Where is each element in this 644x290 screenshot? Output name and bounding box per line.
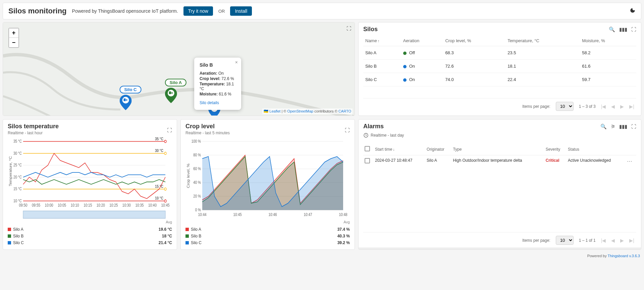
theme-toggle-icon[interactable] [630,7,636,15]
col-type[interactable]: Type [451,143,544,155]
row-checkbox[interactable] [365,158,370,163]
col-start[interactable]: Start time↓ [374,143,425,155]
legend-item[interactable]: Silo B40.3 % [185,233,350,239]
svg-text:10 °C: 10 °C [155,196,163,200]
page-size-select[interactable]: 10 [556,236,574,245]
svg-text:10:48: 10:48 [339,212,347,217]
alarms-timerange[interactable]: Realtime - last day [363,130,636,141]
crop-chart-canvas[interactable]: 0 %20 %40 %60 %80 %100 %10:4410:4510:461… [185,137,350,220]
temp-title: Silos temperature [8,123,59,130]
table-row[interactable]: Silo BOn72.618.161.6 [363,60,636,73]
horizontal-scrollbar[interactable] [359,247,641,249]
alarms-title: Alarms [363,123,384,130]
svg-rect-2 [171,92,173,93]
col-crop[interactable]: Crop level, % [443,35,505,46]
install-button[interactable]: Install [230,6,252,16]
popup-title: Silo B [200,62,236,68]
map-canvas[interactable]: + − ⛶ Silo ASilo C × Silo B Aeration: On… [3,22,355,116]
col-name[interactable]: Name↑ [363,35,401,46]
svg-text:15 °C: 15 °C [155,184,163,189]
first-page-button[interactable]: |◀ [601,238,606,243]
fullscreen-icon[interactable]: ⛶ [346,26,351,31]
try-it-button[interactable]: Try it now [183,6,213,16]
fullscreen-icon[interactable]: ⛶ [631,124,636,130]
table-row[interactable]: Silo COn74.022.459.7 [363,73,636,86]
col-temp[interactable]: Temperature, °C [505,35,580,46]
silos-title: Silos [363,26,378,33]
filter-icon[interactable]: ⚞ [611,124,615,130]
columns-icon[interactable]: ▮▮▮ [619,124,627,130]
close-icon[interactable]: × [235,60,238,65]
pin-icon [120,95,132,110]
map-marker-silo-c[interactable]: Silo C [120,86,142,111]
search-icon[interactable]: 🔍 [600,124,607,130]
table-row[interactable]: 2024-03-27 10:48:47Silo AHigh Outdoor/In… [363,155,636,167]
crop-subtitle: Realtime - last 5 minutes [185,131,230,135]
prev-page-button[interactable]: ◀ [611,238,615,243]
silos-pager: Items per page: 10 1 – 3 of 3 |◀ ◀ ▶ ▶| [363,98,636,112]
svg-text:40 %: 40 % [193,180,201,185]
svg-point-31 [164,188,166,190]
next-page-button[interactable]: ▶ [620,238,624,243]
svg-point-28 [164,152,166,154]
search-icon[interactable]: 🔍 [609,26,615,32]
svg-text:09:50: 09:50 [19,203,28,207]
svg-text:Crop level, %: Crop level, % [186,163,190,188]
last-page-button[interactable]: ▶| [629,238,634,243]
footer: Powered by Thingsboard v.3.6.3 [0,252,644,259]
svg-point-34 [164,200,166,202]
page-size-select[interactable]: 10 [556,102,574,111]
svg-text:100 %: 100 % [192,139,201,143]
svg-text:10:30: 10:30 [122,203,131,207]
svg-text:35 °C: 35 °C [13,139,22,143]
col-originator[interactable]: Originator [425,143,451,155]
columns-icon[interactable]: ▮▮▮ [619,26,627,32]
alarms-table: Start time↓ Originator Type Severity Sta… [363,143,636,167]
table-row[interactable]: Silo AOff68.323.558.2 [363,46,636,60]
svg-rect-9 [124,98,126,101]
legend-item[interactable]: Silo C21.4 °C [8,239,172,246]
legend-item[interactable]: Silo A37.4 % [185,226,350,233]
map-popup: × Silo B Aeration: On Crop level: 72.6 %… [194,58,241,110]
row-actions-icon[interactable]: ⋯ [627,158,633,164]
leaflet-link[interactable]: Leaflet [269,109,280,113]
col-status[interactable]: Status [567,143,626,155]
legend-item[interactable]: Silo B18 °C [8,233,172,239]
select-all-checkbox[interactable] [365,146,370,151]
svg-text:35 °C: 35 °C [155,137,163,141]
col-aeration[interactable]: Aeration [401,35,443,46]
zoom-out-button[interactable]: − [9,38,18,47]
first-page-button[interactable]: |◀ [601,104,606,109]
svg-text:10:05: 10:05 [58,203,66,207]
pin-icon [165,88,177,103]
osm-link[interactable]: OpenStreetMap [287,109,313,113]
silo-details-link[interactable]: Silo details [200,100,219,105]
crop-chart-widget: Crop level Realtime - last 5 minutes ⛶ 0… [180,119,355,250]
svg-rect-1 [169,91,171,94]
fullscreen-icon[interactable]: ⛶ [345,127,350,133]
fullscreen-icon[interactable]: ⛶ [167,127,172,133]
legend-item[interactable]: Silo A19.6 °C [8,226,172,233]
carto-link[interactable]: CARTO [338,109,351,113]
marker-label: Silo C [120,86,142,93]
thingsboard-link[interactable]: Thingsboard v.3.6.3 [608,254,640,258]
col-moist[interactable]: Moisture, % [580,35,636,46]
temp-chart-canvas[interactable]: 10 °C15 °C20 °C25 °C30 °C35 °C35 °C30 °C… [8,137,172,220]
alarms-pager: Items per page: 10 1 – 1 of 1 |◀ ◀ ▶ ▶| [363,232,636,246]
last-page-button[interactable]: ▶| [629,104,634,109]
svg-text:20 %: 20 % [193,194,201,198]
zoom-in-button[interactable]: + [9,28,18,38]
fullscreen-icon[interactable]: ⛶ [631,26,636,32]
svg-text:10:25: 10:25 [109,203,118,207]
map-marker-silo-a[interactable]: Silo A [165,79,186,104]
legend-item[interactable]: Silo C39.2 % [185,239,350,246]
page-title: Silos monitoring [8,7,67,15]
zoom-control: + − [8,28,19,48]
svg-text:10:20: 10:20 [97,203,105,207]
prev-page-button[interactable]: ◀ [611,104,615,109]
svg-text:10:40: 10:40 [148,203,157,207]
col-severity[interactable]: Severity [544,143,567,155]
next-page-button[interactable]: ▶ [620,104,624,109]
svg-rect-11 [126,100,127,101]
map-widget: + − ⛶ Silo ASilo C × Silo B Aeration: On… [3,22,355,116]
